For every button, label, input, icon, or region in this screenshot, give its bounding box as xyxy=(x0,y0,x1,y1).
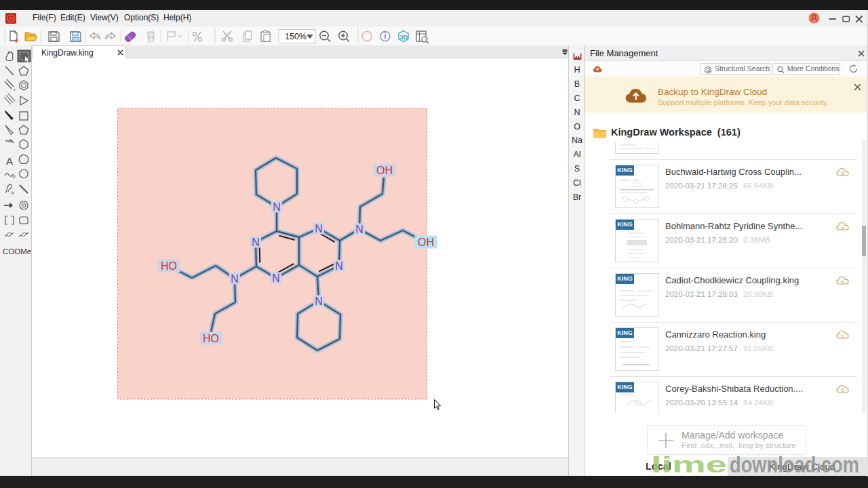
svg-text:N: N xyxy=(272,272,280,284)
svg-text:lime: lime xyxy=(651,451,727,477)
svg-text:download.com: download.com xyxy=(730,451,859,477)
svg-text:OH: OH xyxy=(418,237,434,248)
svg-text:N: N xyxy=(231,273,239,285)
svg-text:N: N xyxy=(315,296,323,307)
svg-text:N: N xyxy=(335,260,343,272)
svg-text:N: N xyxy=(315,223,323,235)
svg-text:150%: 150% xyxy=(285,32,307,41)
svg-text:A: A xyxy=(6,155,13,167)
svg-text:OH: OH xyxy=(376,165,393,176)
svg-text:HO: HO xyxy=(203,333,219,344)
svg-text:COOMe: COOMe xyxy=(3,247,31,256)
svg-text:3D: 3D xyxy=(400,34,408,41)
svg-text:HO: HO xyxy=(161,260,177,272)
svg-text:N: N xyxy=(252,237,260,248)
svg-text:N: N xyxy=(273,201,281,213)
svg-text:N: N xyxy=(355,224,363,235)
